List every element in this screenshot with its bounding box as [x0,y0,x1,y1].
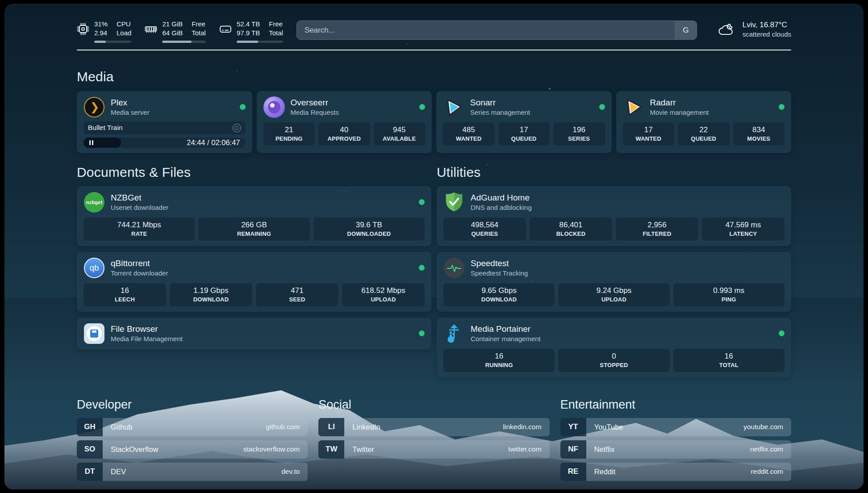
dashboard-screen: 31%2.94 CPULoad 21 GiB64 GiB [4,4,864,489]
section-heading-utilities: Utilities [437,165,791,180]
disk-free-value: 52.4 TB [237,20,260,29]
playback-progress-bar: 24:44 / 02:06:47 [83,138,246,148]
cpu-icon [77,23,89,35]
search-engine-button[interactable]: G [675,21,697,39]
bookmark-netflix[interactable]: NF Netflixnetflix.com [560,440,791,459]
ram-free-value: 21 GiB [162,20,183,29]
bookmark-abbr: DT [77,463,103,481]
bookmark-heading: Entertainment [560,398,791,412]
service-name: NZBGet [111,193,168,203]
ram-total-value: 64 GiB [162,29,183,38]
stat-queries: 498,564QUERIES [443,217,526,241]
stat-running: 16RUNNING [443,349,555,372]
stat-queued: 22QUEUED [678,122,730,146]
bookmark-heading: Social [318,398,549,412]
disk-stat: 52.4 TB97.9 TB FreeTotal [219,20,283,43]
service-description: Series management [470,109,530,116]
stat-filtered: 2,956FILTERED [616,217,698,241]
snow-speckles [4,4,5,4]
bookmark-stackoverflow[interactable]: SO StackOverflowstackoverflow.com [77,440,308,459]
bookmark-twitter[interactable]: TW Twittertwitter.com [318,440,549,459]
service-card-overseerr[interactable]: Overseerr Media Requests 21PENDING 40APP… [257,91,432,153]
stat-ping: 0.993 msPING [673,283,785,306]
service-card-sonarr[interactable]: Sonarr Series management 485WANTED 17QUE… [436,91,612,153]
service-card-plex[interactable]: ❯ Plex Media server Bullet Train 24:44 / [77,91,252,153]
ram-icon [145,23,157,35]
stat-download: 1.19 GbpsDOWNLOAD [170,283,252,306]
service-card-portainer[interactable]: Media Portainer Container management 16R… [437,318,791,377]
cpu-progress-track [94,41,131,43]
top-bar: 31%2.94 CPULoad 21 GiB64 GiB [77,4,791,43]
stat-queued: 17QUEUED [498,122,550,146]
ram-total-label: Total [192,29,206,38]
bookmark-reddit[interactable]: RE Redditreddit.com [560,463,791,481]
service-card-qbittorrent[interactable]: qb qBittorrent Torrent downloader 16LEEC… [77,252,431,312]
bookmark-abbr: SO [77,440,103,459]
bookmark-group-entertainment: Entertainment YT YouTubeyoutube.com NF N… [560,398,791,481]
bookmark-abbr: YT [560,418,586,436]
bookmark-name: Netflix [594,445,615,454]
disk-icon [219,23,232,35]
service-description: Media server [111,109,150,116]
stat-remaining: 266 GBREMAINING [198,217,309,241]
stat-upload: 9.24 GbpsUPLOAD [558,283,669,306]
bookmark-group-developer: Developer GH Githubgithub.com SO StackOv… [77,398,308,481]
stat-wanted: 485WANTED [443,122,495,146]
service-name: Sonarr [470,98,530,108]
service-description: DNS and adblocking [471,204,532,211]
bookmark-youtube[interactable]: YT YouTubeyoutube.com [560,418,791,436]
service-description: Speedtest Tracking [471,269,528,277]
ram-stat: 21 GiB64 GiB FreeTotal [145,20,206,43]
stat-total: 16TOTAL [673,349,785,372]
topbar-divider [77,50,791,50]
service-card-filebrowser[interactable]: File Browser Media File Management [77,318,431,350]
bookmark-name: YouTube [594,423,623,431]
service-description: Media Requests [291,109,339,116]
service-description: Media File Management [111,335,183,343]
search-input[interactable] [297,21,675,39]
bookmark-url: netflix.com [750,445,783,453]
now-playing-row: Bullet Train [83,121,246,134]
overseerr-icon [263,96,285,118]
status-dot [419,330,425,336]
service-name: AdGuard Home [471,193,532,203]
cpu-load-label: Load [117,29,131,38]
disk-progress-fill [237,41,258,43]
stat-approved: 40APPROVED [318,122,370,146]
status-dot [240,104,246,110]
service-name: Media Portainer [471,324,541,334]
service-name: Radarr [650,98,709,108]
bookmark-name: StackOverflow [111,445,158,454]
service-card-adguard[interactable]: AdGuard Home DNS and adblocking 498,564Q… [437,186,791,246]
service-card-radarr[interactable]: Radarr Movie management 17WANTED 22QUEUE… [616,91,792,153]
stat-pending: 21PENDING [263,122,315,146]
service-description: Torrent downloader [111,269,168,277]
stat-stopped: 0STOPPED [558,349,669,372]
ram-free-label: Free [192,20,206,29]
stat-upload: 618.52 MbpsUPLOAD [342,283,425,306]
bookmark-github[interactable]: GH Githubgithub.com [77,418,308,436]
service-description: Movie management [650,109,709,116]
disk-progress-track [237,41,283,43]
stat-leech: 16LEECH [83,283,166,306]
status-dot [779,104,785,110]
sonarr-icon [443,96,464,118]
section-heading-media: Media [77,69,791,84]
bookmark-dev[interactable]: DT DEVdev.to [77,463,308,481]
bookmark-name: Twitter [352,445,374,454]
service-name: qBittorrent [111,259,168,268]
section-heading-documents: Documents & Files [77,165,431,180]
portainer-icon [443,323,465,344]
stat-rate: 744.21 MbpsRATE [83,217,195,241]
filebrowser-icon [83,323,105,344]
pause-icon [89,140,93,145]
status-dot [419,104,425,110]
bookmark-url: linkedin.com [503,423,542,431]
stat-series: 196SERIES [553,122,605,146]
documents-column: Documents & Files nzbget NZBGet Usenet d… [77,165,431,377]
service-card-speedtest[interactable]: Speedtest Speedtest Tracking 9.65 GbpsDO… [437,252,791,312]
service-card-nzbget[interactable]: nzbget NZBGet Usenet downloader 744.21 M… [77,186,431,246]
bookmark-linkedin[interactable]: LI LinkedInlinkedin.com [318,418,549,436]
bookmark-url: youtube.com [743,423,783,431]
stat-seed: 471SEED [256,283,338,306]
